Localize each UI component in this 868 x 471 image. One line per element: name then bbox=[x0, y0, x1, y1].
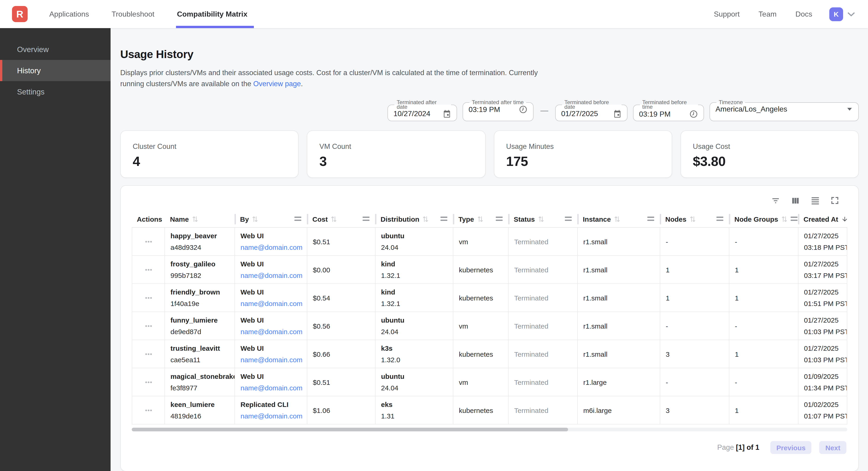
filter-value[interactable]: 03:19 PM bbox=[469, 105, 500, 114]
column-label: Distribution bbox=[380, 215, 419, 223]
filter-timezone[interactable]: TimezoneAmerica/Los_Angeles bbox=[710, 100, 859, 121]
filter-terminated-before-time[interactable]: Terminated before time03:19 PM bbox=[633, 100, 704, 121]
column-menu-icon[interactable] bbox=[363, 216, 370, 221]
sort-icon[interactable] bbox=[781, 215, 787, 223]
column-header-status[interactable]: Status bbox=[509, 211, 578, 227]
dropdown-arrow-icon[interactable] bbox=[847, 108, 853, 111]
by-email-link[interactable]: name@domain.com bbox=[241, 384, 301, 392]
column-menu-icon[interactable] bbox=[647, 216, 654, 221]
by-email-link[interactable]: name@domain.com bbox=[241, 300, 301, 307]
cell-type: kubernetes bbox=[453, 340, 509, 368]
column-header-created-at[interactable]: Created At bbox=[799, 211, 847, 227]
overview-page-link[interactable]: Overview page bbox=[253, 80, 301, 88]
sidebar-item-overview[interactable]: Overview bbox=[0, 39, 111, 60]
created-by: Web UI bbox=[241, 316, 301, 324]
row-actions-button[interactable] bbox=[143, 295, 154, 301]
sort-icon[interactable] bbox=[477, 215, 483, 223]
column-header-nodes[interactable]: Nodes bbox=[660, 211, 729, 227]
sort-icon[interactable] bbox=[690, 215, 696, 223]
avatar[interactable]: K bbox=[829, 7, 843, 21]
next-button[interactable]: Next bbox=[819, 441, 846, 454]
by-email-link[interactable]: name@domain.com bbox=[241, 412, 301, 420]
tab-applications[interactable]: Applications bbox=[49, 0, 89, 28]
filter-value[interactable]: 01/27/2025 bbox=[561, 110, 598, 118]
cluster-id: 4819de16 bbox=[170, 412, 229, 420]
description-suffix: . bbox=[301, 80, 303, 88]
created-by: Web UI bbox=[241, 372, 301, 380]
sort-icon[interactable] bbox=[192, 215, 198, 223]
created-time: 03:17 PM PST bbox=[804, 271, 841, 279]
distribution-name: k3s bbox=[381, 344, 447, 352]
previous-button[interactable]: Previous bbox=[770, 441, 812, 454]
column-header-distribution[interactable]: Distribution bbox=[375, 211, 453, 227]
column-menu-icon[interactable] bbox=[440, 216, 447, 221]
by-email-link[interactable]: name@domain.com bbox=[241, 243, 301, 251]
column-header-cost[interactable]: Cost bbox=[307, 211, 375, 227]
column-menu-icon[interactable] bbox=[565, 216, 572, 221]
sort-desc-icon[interactable] bbox=[841, 215, 848, 223]
sort-icon[interactable] bbox=[614, 215, 620, 223]
column-header-type[interactable]: Type bbox=[453, 211, 509, 227]
sidebar-item-settings[interactable]: Settings bbox=[0, 81, 111, 102]
sort-icon[interactable] bbox=[423, 215, 429, 223]
row-actions-button[interactable] bbox=[143, 379, 154, 385]
nav-link-support[interactable]: Support bbox=[714, 10, 740, 18]
nav-link-team[interactable]: Team bbox=[758, 10, 777, 18]
filter-value[interactable]: 03:19 PM bbox=[639, 110, 671, 118]
density-icon[interactable] bbox=[810, 196, 820, 206]
cluster-id: a48d9324 bbox=[170, 243, 229, 251]
nav-link-docs[interactable]: Docs bbox=[796, 10, 812, 18]
tab-compatibility-matrix[interactable]: Compatibility Matrix bbox=[177, 0, 247, 28]
by-email-link[interactable]: name@domain.com bbox=[241, 328, 301, 335]
cell-status: Terminated bbox=[509, 228, 578, 255]
row-actions-button[interactable] bbox=[143, 323, 154, 329]
filter-value[interactable]: America/Los_Angeles bbox=[715, 105, 787, 113]
cell-actions bbox=[132, 312, 165, 340]
filter-terminated-after-time[interactable]: Terminated after time03:19 PM bbox=[463, 100, 533, 121]
type-value: kubernetes bbox=[459, 266, 503, 273]
column-header-node-groups[interactable]: Node Groups bbox=[729, 211, 799, 227]
column-header-instance[interactable]: Instance bbox=[578, 211, 660, 227]
table-row: frosty_galileo995b7182Web UIname@domain.… bbox=[132, 256, 847, 284]
by-email-link[interactable]: name@domain.com bbox=[241, 356, 301, 364]
column-menu-icon[interactable] bbox=[716, 216, 723, 221]
cost-value: $0.51 bbox=[313, 378, 370, 386]
column-header-by[interactable]: By bbox=[235, 211, 307, 227]
cell-instance: r1.large bbox=[578, 368, 660, 396]
sort-icon[interactable] bbox=[252, 215, 258, 223]
filter-value[interactable]: 10/27/2024 bbox=[394, 110, 430, 118]
scrollbar-thumb[interactable] bbox=[132, 428, 568, 431]
horizontal-scrollbar[interactable] bbox=[132, 428, 847, 431]
row-actions-button[interactable] bbox=[143, 351, 154, 357]
cell-status: Terminated bbox=[509, 368, 578, 396]
filter-terminated-after-date[interactable]: Terminated after date10/27/2024 bbox=[388, 100, 457, 121]
cell-name: happy_beavera48d9324 bbox=[165, 228, 235, 255]
filter-terminated-before-date[interactable]: Terminated before date01/27/2025 bbox=[555, 100, 627, 121]
column-menu-icon[interactable] bbox=[790, 216, 798, 221]
clock-icon[interactable] bbox=[519, 105, 528, 114]
status-value: Terminated bbox=[514, 406, 572, 414]
column-menu-icon[interactable] bbox=[294, 216, 301, 221]
calendar-icon[interactable] bbox=[613, 110, 621, 118]
row-actions-button[interactable] bbox=[143, 267, 154, 273]
by-email-link[interactable]: name@domain.com bbox=[241, 271, 301, 279]
user-menu[interactable]: K bbox=[829, 7, 855, 21]
filter-icon[interactable] bbox=[771, 196, 780, 206]
sort-icon[interactable] bbox=[331, 215, 337, 223]
sort-icon[interactable] bbox=[538, 215, 544, 223]
column-header-name[interactable]: Name bbox=[165, 211, 235, 227]
calendar-icon[interactable] bbox=[443, 110, 451, 118]
column-menu-icon[interactable] bbox=[496, 216, 503, 221]
row-actions-button[interactable] bbox=[143, 238, 154, 244]
clock-icon[interactable] bbox=[689, 110, 698, 118]
chevron-down-icon[interactable] bbox=[847, 12, 855, 17]
app-logo-icon[interactable]: R bbox=[12, 6, 28, 22]
fullscreen-icon[interactable] bbox=[830, 196, 839, 206]
cell-status: Terminated bbox=[509, 284, 578, 312]
tab-troubleshoot[interactable]: Troubleshoot bbox=[112, 0, 155, 28]
columns-icon[interactable] bbox=[790, 196, 800, 206]
status-value: Terminated bbox=[514, 322, 572, 330]
row-actions-button[interactable] bbox=[143, 407, 154, 413]
sidebar-item-history[interactable]: History bbox=[0, 60, 111, 81]
table-row: friendly_brown1f40a19eWeb UIname@domain.… bbox=[132, 284, 847, 312]
